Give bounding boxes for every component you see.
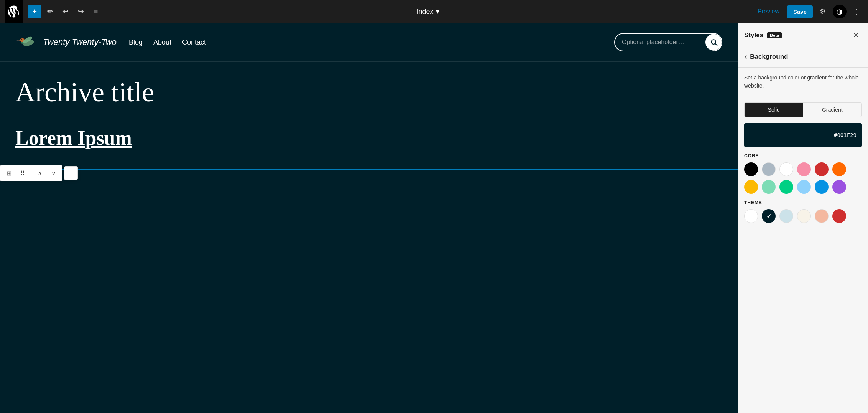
list-view-button[interactable]: ≡ <box>89 5 103 18</box>
back-button[interactable]: ‹ <box>744 52 747 62</box>
toolbar-right: Preview Save ⚙ ◑ ⋮ <box>753 5 863 18</box>
drag-icon: ⠿ <box>20 170 25 177</box>
back-icon: ‹ <box>744 52 747 62</box>
swatch-vivid-green[interactable] <box>779 180 793 194</box>
svg-line-5 <box>17 40 20 41</box>
panel-description: Set a background color or gradient for t… <box>738 68 868 96</box>
index-dropdown-button[interactable]: Index ▾ <box>412 5 444 18</box>
swatch-black[interactable] <box>744 162 758 176</box>
more-options-button[interactable]: ⋮ <box>850 5 863 18</box>
swatch-orange[interactable] <box>832 162 846 176</box>
search-input-wrap <box>614 33 722 51</box>
core-color-swatches <box>744 162 862 194</box>
archive-title: Archive title <box>15 77 722 107</box>
panel-more-button[interactable]: ⋮ <box>836 29 848 41</box>
nav-contact[interactable]: Contact <box>182 38 206 46</box>
swatch-theme-white[interactable] <box>744 209 758 223</box>
gear-icon: ⚙ <box>820 7 826 16</box>
close-icon: ✕ <box>853 31 859 40</box>
redo-button[interactable]: ↪ <box>74 5 87 18</box>
panel-header-actions: ⋮ ✕ <box>836 29 862 41</box>
swatch-theme-secondary[interactable] <box>797 209 811 223</box>
archive-section: Archive title <box>0 62 738 119</box>
chevron-up-icon: ∧ <box>38 170 42 177</box>
swatch-pale-cyan[interactable] <box>797 180 811 194</box>
save-button[interactable]: Save <box>787 5 813 18</box>
search-area <box>614 33 722 51</box>
list-view-icon: ≡ <box>94 8 98 16</box>
back-nav: ‹ Background <box>738 46 868 68</box>
undo-button[interactable]: ↩ <box>58 5 72 18</box>
site-logo-area: Twenty Twenty-Two <box>15 31 117 54</box>
search-submit-button[interactable] <box>705 34 722 51</box>
search-input[interactable] <box>615 35 705 50</box>
theme-color-swatches <box>744 209 862 223</box>
main-area: Twenty Twenty-Two Blog About Contact <box>0 23 868 413</box>
undo-icon: ↩ <box>62 7 68 16</box>
more-icon: ⋮ <box>68 170 74 177</box>
swatch-purple[interactable] <box>832 180 846 194</box>
swatch-amber[interactable] <box>744 180 758 194</box>
post-title: Lorem Ipsum <box>0 119 738 157</box>
add-block-button[interactable]: + <box>28 5 41 18</box>
nav-about[interactable]: About <box>153 38 171 46</box>
search-icon <box>710 38 718 46</box>
panel-header: Styles Beta ⋮ ✕ <box>738 23 868 46</box>
more-icon: ⋮ <box>853 7 860 16</box>
site-title: Twenty Twenty-Two <box>43 37 117 47</box>
color-hex-value: #001F29 <box>834 132 856 138</box>
site-logo <box>15 31 38 54</box>
settings-button[interactable]: ⚙ <box>816 5 830 18</box>
gradient-tab[interactable]: Gradient <box>803 103 862 117</box>
core-color-section: CORE <box>738 153 868 200</box>
svg-text:W: W <box>10 8 17 16</box>
site-header: Twenty Twenty-Two Blog About Contact <box>0 23 738 62</box>
theme-color-section: THEME <box>738 200 868 229</box>
swatch-theme-primary[interactable] <box>815 209 829 223</box>
wp-logo[interactable]: W <box>5 0 23 23</box>
divider <box>31 169 31 178</box>
swatch-theme-background[interactable] <box>762 209 776 223</box>
swatch-pale-pink[interactable] <box>797 162 811 176</box>
group-block-button[interactable]: ⊞ <box>3 167 15 179</box>
edit-button[interactable]: ✏ <box>43 5 57 18</box>
contrast-button[interactable]: ◑ <box>833 5 847 18</box>
block-more-options-button[interactable]: ⋮ <box>64 166 78 180</box>
dropdown-icon: ▾ <box>436 7 439 16</box>
contrast-icon: ◑ <box>837 7 843 16</box>
core-section-label: CORE <box>744 153 862 159</box>
theme-section-label: THEME <box>744 200 862 205</box>
swatch-theme-tertiary[interactable] <box>779 209 793 223</box>
group-icon: ⊞ <box>7 170 12 177</box>
index-label: Index <box>417 8 434 16</box>
beta-badge: Beta <box>767 32 782 38</box>
drag-handle[interactable]: ⠿ <box>16 167 29 179</box>
swatch-vivid-cyan[interactable] <box>815 180 829 194</box>
swatch-theme-red[interactable] <box>832 209 846 223</box>
swatch-light-green[interactable] <box>762 180 776 194</box>
color-preview-swatch[interactable]: #001F29 <box>744 123 862 147</box>
edit-icon: ✏ <box>47 7 53 16</box>
toolbar-center: Index ▾ <box>104 5 751 18</box>
swatch-gray[interactable] <box>762 162 776 176</box>
post-title-area: Lorem Ipsum <box>0 119 738 157</box>
block-controls: ⊞ ⠿ ∧ ∨ ⋮ <box>0 165 78 181</box>
move-down-button[interactable]: ∨ <box>48 167 60 179</box>
svg-line-9 <box>715 44 717 46</box>
site-nav: Blog About Contact <box>129 38 602 46</box>
preview-button[interactable]: Preview <box>753 6 784 17</box>
swatch-white[interactable] <box>779 162 793 176</box>
nav-blog[interactable]: Blog <box>129 38 143 46</box>
solid-tab[interactable]: Solid <box>745 103 803 117</box>
svg-point-6 <box>21 39 22 40</box>
panel-title: Styles <box>744 31 763 39</box>
add-icon: + <box>32 7 37 16</box>
swatch-vivid-red[interactable] <box>815 162 829 176</box>
chevron-down-icon: ∨ <box>51 170 56 177</box>
more-icon: ⋮ <box>838 31 845 40</box>
toolbar: W + ✏ ↩ ↪ ≡ Index ▾ Preview Save ⚙ ◑ ⋮ <box>0 0 868 23</box>
color-mode-tabs: Solid Gradient <box>744 102 862 117</box>
panel-close-button[interactable]: ✕ <box>850 29 862 41</box>
move-up-button[interactable]: ∧ <box>34 167 46 179</box>
canvas: Twenty Twenty-Two Blog About Contact <box>0 23 738 413</box>
